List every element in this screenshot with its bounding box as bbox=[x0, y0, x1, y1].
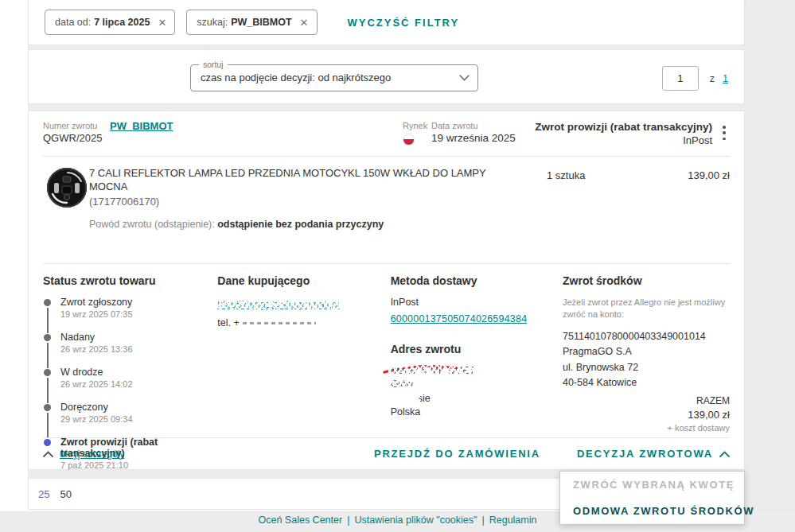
filter-chip-date-from[interactable]: data od: 7 lipca 2025 ✕ bbox=[45, 10, 175, 35]
total-note: + koszt dostawy bbox=[667, 423, 730, 433]
address-country: Polska bbox=[391, 406, 563, 417]
timeline-step-label: Zwrot zgłoszony bbox=[60, 297, 217, 308]
product-title: 7 CALI REFLEKTOR LAMPA LED PRZEDNIA MOTO… bbox=[89, 167, 523, 194]
refund-note: Jeżeli zwrot przez Allegro nie jest możl… bbox=[563, 297, 730, 321]
total-label: RAZEM bbox=[667, 395, 730, 406]
tracking-number-link[interactable]: 600000137505074026594384 bbox=[391, 313, 528, 324]
refund-street: ul. Brynowska 72 bbox=[563, 360, 730, 375]
product-image bbox=[46, 167, 88, 208]
return-status-block: Zwrot prowizji (rabat transakcyjny) InPo… bbox=[535, 121, 712, 146]
timeline-step-date: 19 wrz 2025 07:35 bbox=[60, 309, 217, 319]
sort-select-value: czas na podjęcie decyzji: od najkrótszeg… bbox=[191, 65, 477, 91]
buyer-email-link-redacted[interactable]: hlab57wngz@allegromail.pl bbox=[217, 299, 339, 310]
timeline-step-label: Doręczony bbox=[60, 402, 217, 413]
return-address-block: Adres zwrotu Marek K MK DUET Głów sie Po… bbox=[391, 343, 563, 417]
return-reason-label: Powód zwrotu (odstąpienie): bbox=[89, 219, 217, 230]
page-size-option-50[interactable]: 50 bbox=[60, 488, 71, 500]
address-line-3-redacted: sie bbox=[391, 392, 563, 404]
poland-flag-icon bbox=[403, 134, 415, 146]
pagination-total-link[interactable]: 1 bbox=[723, 73, 728, 84]
return-header: Numer zwrotu QGWR/2025 PW_BIBMOT Rynek D… bbox=[43, 111, 730, 157]
total-value: 139,00 zł bbox=[667, 409, 730, 421]
product-info: 7 CALI REFLEKTOR LAMPA LED PRZEDNIA MOTO… bbox=[89, 167, 730, 230]
filter-chip-label: data od: bbox=[55, 17, 91, 28]
decision-dropdown-menu: ZWRÓĆ WYBRANĄ KWOTĘ ODMOWA ZWROTU ŚRODKÓ… bbox=[559, 471, 745, 525]
redaction-marks bbox=[243, 322, 316, 324]
close-icon[interactable]: ✕ bbox=[158, 17, 166, 28]
divider bbox=[28, 104, 745, 111]
refund-company: PragmaGO S.A bbox=[563, 344, 730, 359]
address-line-1-redacted: Marek K MK DUET bbox=[391, 365, 563, 376]
sort-select-label: sortuj bbox=[199, 60, 228, 69]
total-block: RAZEM 139,00 zł + koszt dostawy bbox=[667, 395, 730, 433]
pagination: z 1 bbox=[662, 66, 728, 91]
return-card: Numer zwrotu QGWR/2025 PW_BIBMOT Rynek D… bbox=[28, 111, 745, 470]
return-reason-value: odstąpienie bez podania przyczyny bbox=[217, 219, 384, 230]
page-size-option-25[interactable]: 25 bbox=[38, 488, 49, 500]
timeline-step-label: Nadany bbox=[60, 332, 217, 343]
product-quantity: 1 sztuka bbox=[547, 169, 585, 181]
return-number-value: QGWR/2025 bbox=[43, 132, 102, 144]
footer-separator: | bbox=[481, 515, 484, 526]
timeline-step-date: 26 wrz 2025 14:02 bbox=[60, 379, 217, 389]
page-background-right bbox=[745, 0, 795, 532]
refund-city: 40-584 Katowice bbox=[563, 375, 730, 390]
delivery-carrier: InPost bbox=[391, 297, 563, 308]
filter-chip-value: PW_BIBMOT bbox=[231, 17, 291, 28]
sort-select[interactable]: sortuj czas na podjęcie decyzji: od najk… bbox=[190, 64, 478, 91]
menu-item-refuse-refund[interactable]: ODMOWA ZWROTU ŚRODKÓW bbox=[560, 498, 744, 524]
returns-page: data od: 7 lipca 2025 ✕ szukaj: PW_BIBMO… bbox=[0, 0, 795, 532]
filter-chip-search[interactable]: szukaj: PW_BIBMOT ✕ bbox=[186, 10, 317, 35]
timeline-step: Doręczony 29 wrz 2025 09:34 bbox=[43, 402, 217, 437]
return-date-label: Data zwrotu bbox=[431, 121, 516, 130]
footer-actions: PRZEJDŹ DO ZAMÓWIENIA DECYZJA ZWROTOWA bbox=[374, 448, 730, 460]
product-row: 7 CALI REFLEKTOR LAMPA LED PRZEDNIA MOTO… bbox=[43, 157, 730, 264]
refund-account-number: 75114010780000403349001014 bbox=[563, 329, 730, 344]
return-status-title: Zwrot prowizji (rabat transakcyjny) bbox=[535, 121, 712, 133]
return-card-footer: ukryj szczegóły PRZEJDŹ DO ZAMÓWIENIA DE… bbox=[43, 437, 730, 469]
menu-item-refund-chosen-amount[interactable]: ZWRÓĆ WYBRANĄ KWOTĘ bbox=[560, 472, 744, 498]
timeline-step-date: 26 wrz 2025 13:36 bbox=[60, 344, 217, 354]
return-number-label: Numer zwrotu bbox=[43, 121, 102, 130]
timeline-step-label: W drodze bbox=[60, 367, 217, 378]
chevron-up-icon bbox=[43, 451, 53, 457]
clear-filters-button[interactable]: WYCZYŚĆ FILTRY bbox=[348, 17, 460, 29]
timeline-step-date: 29 wrz 2025 09:34 bbox=[60, 414, 217, 424]
sort-bar: sortuj czas na podjęcie decyzji: od najk… bbox=[28, 49, 745, 104]
footer-link-terms[interactable]: Regulamin bbox=[489, 515, 537, 526]
delivery-heading: Metoda dostawy bbox=[391, 274, 563, 287]
pagination-of-label: z bbox=[710, 73, 715, 84]
refund-heading: Zwrot środków bbox=[563, 274, 730, 287]
footer-link-rate-sales-center[interactable]: Oceń Sales Center bbox=[259, 515, 343, 526]
timeline-step: Zwrot zgłoszony 19 wrz 2025 07:35 bbox=[43, 297, 217, 332]
kebab-menu-icon[interactable] bbox=[719, 124, 730, 142]
footer-link-cookie-settings[interactable]: Ustawienia plików "cookies" bbox=[354, 515, 477, 526]
return-reason: Powód zwrotu (odstąpienie): odstąpienie … bbox=[89, 219, 523, 230]
return-carrier: InPost bbox=[535, 134, 712, 146]
buyer-heading: Dane kupującego bbox=[217, 274, 390, 287]
buyer-phone-label: tel. + bbox=[217, 317, 239, 328]
go-to-order-button[interactable]: PRZEJDŹ DO ZAMÓWIENIA bbox=[374, 448, 540, 460]
filter-chip-label: szukaj: bbox=[197, 17, 228, 28]
address-line-2-redacted: Głów bbox=[391, 379, 563, 390]
buyer-phone-redacted: tel. + bbox=[217, 317, 390, 328]
address-heading: Adres zwrotu bbox=[391, 343, 563, 355]
seller-link[interactable]: PW_BIBMOT bbox=[110, 120, 173, 132]
close-icon[interactable]: ✕ bbox=[300, 17, 309, 28]
footer-separator: | bbox=[347, 515, 349, 526]
page-number-input[interactable] bbox=[662, 66, 699, 91]
market-label: Rynek bbox=[403, 121, 427, 130]
hide-details-label: ukryj szczegóły bbox=[60, 449, 124, 460]
return-number-block: Numer zwrotu QGWR/2025 bbox=[43, 121, 102, 144]
timeline-step: W drodze 26 wrz 2025 14:02 bbox=[43, 367, 217, 402]
filter-bar: data od: 7 lipca 2025 ✕ szukaj: PW_BIBMO… bbox=[28, 0, 745, 45]
product-id: (17177006170) bbox=[89, 196, 523, 208]
timeline-step: Nadany 26 wrz 2025 13:36 bbox=[43, 332, 217, 367]
return-decision-button[interactable]: DECYZJA ZWROTOWA bbox=[577, 448, 730, 460]
filter-chip-value: 7 lipca 2025 bbox=[94, 17, 150, 28]
status-heading: Status zwrotu towaru bbox=[43, 274, 217, 287]
hide-details-link[interactable]: ukryj szczegóły bbox=[43, 449, 124, 460]
chevron-down-icon bbox=[459, 75, 470, 81]
product-price: 139,00 zł bbox=[688, 169, 730, 181]
chevron-up-icon bbox=[719, 451, 730, 457]
